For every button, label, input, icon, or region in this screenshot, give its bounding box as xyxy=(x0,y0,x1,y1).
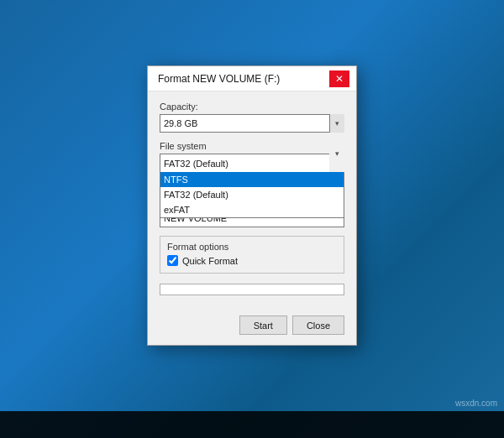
start-button[interactable]: Start xyxy=(239,315,287,335)
format-dialog: Format NEW VOLUME (F:) ✕ Capacity: 29.8 … xyxy=(147,65,357,346)
dialog-content: Capacity: 29.8 GB ▾ File system FAT32 (D… xyxy=(148,91,356,315)
capacity-select[interactable]: 29.8 GB xyxy=(160,114,344,133)
taskbar xyxy=(0,411,504,438)
quick-format-checkbox[interactable] xyxy=(167,255,178,266)
close-icon[interactable]: ✕ xyxy=(329,70,349,87)
watermark: wsxdn.com xyxy=(455,399,497,408)
file-system-label: File system xyxy=(160,141,344,151)
capacity-select-wrapper: 29.8 GB ▾ xyxy=(160,114,344,133)
dialog-overlay: Format NEW VOLUME (F:) ✕ Capacity: 29.8 … xyxy=(0,0,504,411)
desktop: Format NEW VOLUME (F:) ✕ Capacity: 29.8 … xyxy=(0,0,504,438)
title-bar: Format NEW VOLUME (F:) ✕ xyxy=(148,66,356,91)
file-system-dropdown-list: NTFS FAT32 (Default) exFAT xyxy=(160,172,344,218)
progress-bar xyxy=(160,284,344,295)
dialog-title: Format NEW VOLUME (F:) xyxy=(158,73,280,85)
separator-1 xyxy=(160,159,344,166)
dropdown-item-fat32[interactable]: FAT32 (Default) xyxy=(160,187,344,202)
quick-format-label: Quick Format xyxy=(182,256,238,266)
dropdown-item-ntfs[interactable]: NTFS xyxy=(160,172,344,187)
close-button[interactable]: Close xyxy=(292,315,344,335)
format-options-group: Format options Quick Format xyxy=(160,236,344,274)
capacity-label: Capacity: xyxy=(160,102,344,112)
dialog-footer: Start Close xyxy=(148,315,356,345)
format-options-legend: Format options xyxy=(167,242,337,252)
quick-format-row: Quick Format xyxy=(167,255,337,266)
dropdown-item-exfat[interactable]: exFAT xyxy=(160,202,344,217)
